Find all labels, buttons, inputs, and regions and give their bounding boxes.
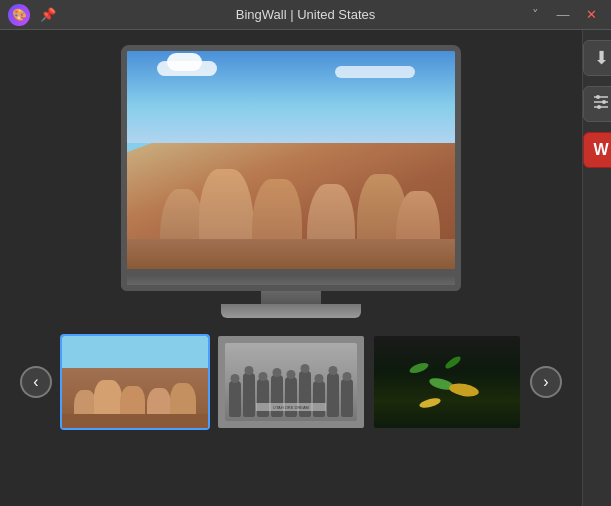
pin-button[interactable]: 📌 [36,3,60,27]
monitor-bezel [121,275,461,291]
thumbnail-1[interactable] [60,334,210,430]
titlebar: 🎨 📌 BingWall | United States ˅ — ✕ [0,0,611,30]
wps-icon: W [593,141,608,159]
monitor-stand-top [261,291,321,305]
chevron-down-button[interactable]: ˅ [523,3,547,27]
titlebar-left: 🎨 📌 [8,3,60,27]
settings-icon [591,92,611,117]
monitor-screen [127,51,455,269]
thumb1-image [62,336,208,428]
wps-button[interactable]: W [583,132,611,168]
minimize-button[interactable]: — [551,3,575,27]
app-logo: 🎨 [8,4,30,26]
rock-base [127,239,455,269]
download-button[interactable]: ⬇ [583,40,611,76]
download-icon: ⬇ [594,47,609,69]
prev-button[interactable]: ‹ [20,366,52,398]
terrain [127,134,455,269]
monitor-body [121,45,461,275]
sidebar: ⬇ W [582,30,611,506]
sky-area [127,51,455,143]
thumbnail-3[interactable] [372,334,522,430]
thumb2-image: UTAH ORE DREAM [218,336,364,428]
monitor-display [121,45,461,318]
cloud-1 [157,61,217,76]
thumb3-image [374,336,520,428]
thumbnail-strip: ‹ [0,326,582,438]
thumbnail-2[interactable]: UTAH ORE DREAM [216,334,366,430]
monitor-stand-base [221,304,361,318]
close-button[interactable]: ✕ [579,3,603,27]
titlebar-controls: ˅ — ✕ [523,3,603,27]
preview-area: ‹ [0,30,582,506]
main-content: ‹ [0,30,611,506]
settings-button[interactable] [583,86,611,122]
next-button[interactable]: › [530,366,562,398]
svg-point-3 [602,100,606,104]
svg-point-1 [596,95,600,99]
thumbnails-container: UTAH ORE DREAM [60,334,522,430]
cloud-2 [335,66,415,78]
window-title: BingWall | United States [236,7,375,22]
svg-point-5 [597,105,601,109]
